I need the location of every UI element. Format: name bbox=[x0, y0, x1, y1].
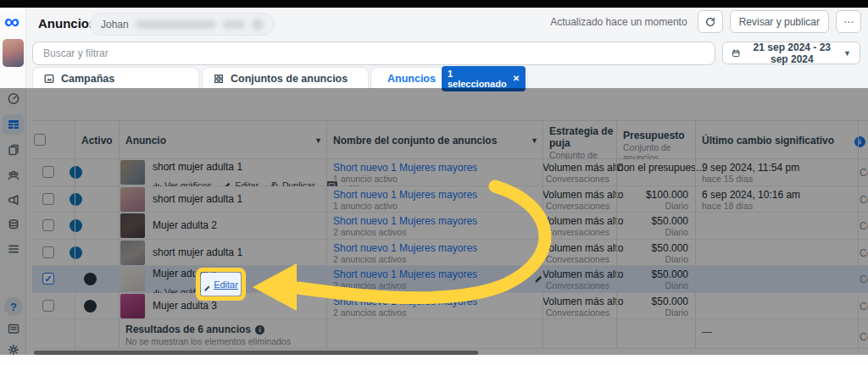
pencil-icon bbox=[203, 280, 211, 288]
redacted-account-name bbox=[136, 20, 217, 29]
table-icon bbox=[7, 118, 20, 135]
select-all-checkbox[interactable] bbox=[34, 134, 46, 146]
horizontal-scrollbar[interactable] bbox=[34, 351, 478, 355]
tab-conjuntos-de-anuncios[interactable]: Conjuntos de anuncios bbox=[202, 67, 369, 89]
meta-logo-icon[interactable]: ∞ bbox=[4, 10, 19, 32]
ellipsis-icon: ⋯ bbox=[843, 16, 854, 28]
avatar[interactable] bbox=[3, 39, 24, 67]
budget-period: Diario bbox=[616, 227, 688, 237]
help-button[interactable]: ? bbox=[4, 297, 23, 316]
date-range-button[interactable]: 21 sep 2024 - 23 sep 2024 ▼ bbox=[722, 41, 860, 64]
checkbox-checked[interactable]: ✓ bbox=[42, 273, 54, 285]
no-change-dash: — bbox=[702, 326, 712, 338]
checkbox-unchecked[interactable] bbox=[42, 219, 54, 231]
page-title: Anuncios bbox=[38, 16, 96, 30]
bid-strategy-sub: Conversaciones bbox=[542, 254, 609, 264]
bid-strategy-sub: Conversaciones bbox=[542, 201, 609, 211]
column-header-ultimo-cambio[interactable]: Último cambio significativo bbox=[702, 135, 834, 147]
table-row[interactable]: ✓Mujer adulta 4Ver gráficosDupliShort nu… bbox=[32, 266, 868, 293]
bid-strategy-cell: Volumen más altoConversaciones bbox=[542, 296, 609, 322]
bottom-strip bbox=[0, 356, 868, 365]
last-change-date: 6 sep 2024, 10:16 am bbox=[702, 189, 800, 201]
tab-label: Conjuntos de anuncios bbox=[231, 73, 348, 85]
sidebar-item-billing[interactable] bbox=[0, 218, 26, 235]
more-options-button[interactable]: ⋯ bbox=[836, 10, 861, 33]
column-header-anuncio[interactable]: Anuncio bbox=[125, 135, 166, 147]
table-row[interactable]: short mujer adulta 1Ver gráficosEditarDu… bbox=[32, 159, 868, 186]
bid-strategy-sub: Conversaciones bbox=[542, 307, 609, 318]
sidebar-item-pages[interactable] bbox=[0, 143, 26, 160]
tab-label: Campañas bbox=[61, 73, 114, 85]
bid-strategy-sub: Conversaciones bbox=[542, 227, 609, 237]
budget-cell: $100.000Diario bbox=[616, 189, 688, 215]
highlighted-edit-link[interactable]: Editar bbox=[201, 273, 241, 296]
adset-link[interactable]: Short nuevo 1 Mujeres mayores bbox=[333, 215, 477, 227]
adset-link[interactable]: Short nuevo 1 Mujeres mayores bbox=[333, 268, 477, 280]
adset-status: 1 anuncio activo bbox=[333, 201, 477, 211]
sort-caret-icon[interactable]: ▼ bbox=[314, 136, 322, 145]
budget-value: $50.000 bbox=[616, 268, 688, 280]
browser-top-strip bbox=[0, 0, 868, 8]
campaigns-icon bbox=[43, 73, 55, 85]
budget-cell: $50.000Diario bbox=[616, 215, 688, 241]
search-placeholder: Buscar y filtrar bbox=[43, 47, 108, 59]
last-change-cell: 6 sep 2024, 10:16 amhace 18 días bbox=[702, 189, 800, 215]
table-row[interactable]: Mujer adulta 2Short nuevo 1 Mujeres mayo… bbox=[32, 213, 868, 240]
redacted-account-id bbox=[223, 20, 245, 29]
column-divider bbox=[326, 120, 327, 349]
tab-anuncios[interactable]: Anuncios 1 seleccionado ✕ bbox=[370, 67, 528, 89]
checkbox-unchecked[interactable] bbox=[42, 166, 54, 178]
budget-period: Diario bbox=[616, 280, 688, 290]
ad-thumbnail bbox=[120, 213, 145, 239]
sidebar-item-overview[interactable] bbox=[0, 91, 26, 108]
bid-strategy-cell: Volumen más altoConversaciones bbox=[542, 242, 609, 268]
bid-strategy-sub: Conversaciones bbox=[542, 174, 609, 184]
search-filter-input[interactable]: Buscar y filtrar bbox=[32, 41, 715, 65]
checkbox-unchecked[interactable] bbox=[42, 193, 54, 205]
results-summary: Resultados de 6 anuncios bbox=[125, 324, 251, 335]
sort-caret-icon[interactable]: ▼ bbox=[531, 136, 538, 145]
ad-thumbnail-image bbox=[120, 213, 145, 238]
review-publish-button[interactable]: Revisar y publicar bbox=[730, 10, 829, 33]
info-icon[interactable]: i bbox=[255, 325, 264, 335]
table-row[interactable]: Mujer adulta 3Short nuevo 1 Mujeres mayo… bbox=[32, 293, 868, 320]
budget-value: $50.000 bbox=[616, 242, 688, 254]
menu-icon bbox=[7, 242, 20, 259]
ad-thumbnail bbox=[120, 240, 145, 266]
bid-strategy: Volumen más alto bbox=[542, 242, 609, 254]
adset-cell: Short nuevo 1 Mujeres mayores1 anuncio a… bbox=[333, 189, 477, 215]
column-header-activo[interactable]: Activo bbox=[81, 135, 113, 147]
adset-link[interactable]: Short nuevo 1 Mujeres mayores bbox=[333, 189, 477, 201]
bid-strategy: Volumen más alto bbox=[542, 189, 609, 201]
adset-link[interactable]: Short nuevo 1 Mujeres mayores bbox=[333, 242, 477, 254]
column-header-presupuesto[interactable]: Presupuesto Conjunto de anuncios bbox=[623, 130, 695, 163]
refresh-button[interactable] bbox=[698, 10, 723, 33]
sidebar-item-updates[interactable] bbox=[0, 322, 26, 339]
table-row[interactable]: short mujer adulta 1Short nuevo 1 Mujere… bbox=[32, 186, 868, 213]
column-header-conjunto[interactable]: Nombre del conjunto de anuncios bbox=[333, 135, 497, 147]
coins-icon bbox=[7, 218, 20, 235]
checkbox-unchecked[interactable] bbox=[42, 246, 54, 258]
adset-link[interactable]: Short nuevo 1 Mujeres mayores bbox=[333, 162, 477, 174]
checkbox-unchecked[interactable] bbox=[42, 300, 54, 312]
adset-status: 2 anuncios activos bbox=[333, 227, 477, 237]
sidebar-item-campaigns[interactable] bbox=[0, 118, 26, 135]
ad-thumbnail bbox=[120, 293, 145, 319]
sidebar-item-ads-settings[interactable] bbox=[0, 193, 26, 210]
info-icon[interactable]: i bbox=[854, 135, 865, 147]
last-change-relative: hace 15 días bbox=[702, 174, 799, 184]
ad-thumbnail-image bbox=[120, 160, 145, 185]
adset-link[interactable]: Short nuevo 1 Mujeres mayores bbox=[333, 296, 477, 307]
table-row[interactable]: short mujer adulta 1Short nuevo 1 Mujere… bbox=[32, 240, 868, 267]
budget-cell: $50.000Diario bbox=[616, 296, 688, 322]
table-header: Activo Anuncio ▼ Nombre del conjunto de … bbox=[32, 120, 868, 159]
sidebar-item-all-tools[interactable] bbox=[0, 242, 26, 259]
sidebar-item-audiences[interactable] bbox=[0, 169, 26, 185]
tab-campanas[interactable]: Campañas bbox=[32, 67, 199, 89]
truncated-column-text: Co bbox=[860, 331, 868, 343]
bid-strategy-cell: Volumen más altoConversaciones bbox=[542, 162, 609, 188]
account-search-input[interactable]: Johan bbox=[90, 13, 275, 36]
column-divider bbox=[695, 120, 696, 349]
selected-count-badge[interactable]: 1 seleccionado ✕ bbox=[442, 66, 526, 91]
ad-thumbnail bbox=[120, 266, 145, 292]
